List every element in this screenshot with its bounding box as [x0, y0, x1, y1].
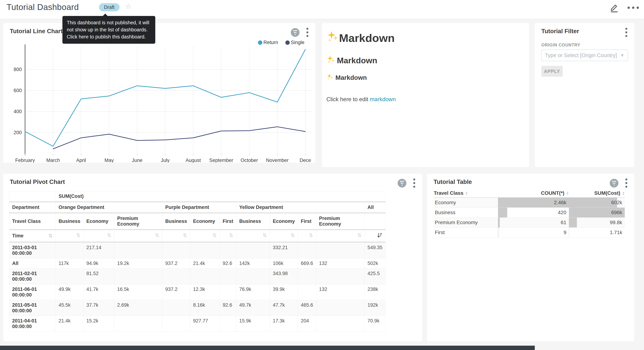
sort-toggle-icon[interactable]: ⇅: [155, 232, 159, 238]
pivot-subcol-header: Premium Economy: [316, 213, 364, 230]
legend-dot: [258, 40, 262, 45]
filter-menu-icon[interactable]: [624, 27, 628, 38]
pivot-value-cell: 192k: [364, 300, 386, 316]
pivot-metric-cell: SUM(Cost): [56, 191, 386, 202]
sum-cell: 99.8k: [569, 218, 625, 228]
count-cell: 2.46k: [498, 198, 569, 208]
favorite-star-icon[interactable]: ☆: [125, 2, 132, 10]
chart-menu-icon[interactable]: [624, 178, 628, 188]
pivot-value-cell: 425.5: [364, 268, 386, 284]
pivot-value-cell: [220, 316, 236, 332]
y-axis-tick-label: 200: [14, 130, 22, 135]
x-axis-tick-label: August: [186, 158, 201, 163]
pivot-value-cell: 70.9k: [364, 316, 386, 332]
legend-label: Return: [264, 40, 278, 45]
sum-data-bar: [569, 198, 617, 208]
pivot-sort-cell: ⇅: [162, 230, 190, 242]
sort-toggle-icon[interactable]: ⇅: [309, 232, 313, 238]
sort-toggle-icon[interactable]: ⇅: [212, 232, 216, 238]
edit-markdown-link[interactable]: markdown: [370, 96, 396, 102]
sort-toggle-icon[interactable]: ⇅: [48, 233, 52, 239]
pivot-value-cell: 49.7k: [236, 300, 270, 316]
pivot-row-label: 2011-06-01 00:00:00: [9, 284, 56, 300]
travel-class-cell: Premium Economy: [434, 218, 498, 228]
legend-item-return[interactable]: Return: [258, 40, 278, 45]
x-axis-tick-label: May: [104, 158, 114, 163]
pivot-value-cell: [298, 284, 316, 300]
count-cell: 420: [498, 208, 569, 218]
table-column-header-count-[interactable]: COUNT(*)▲▼: [498, 190, 569, 196]
markdown-h2: Markdown: [326, 55, 524, 66]
pivot-value-cell: [220, 242, 236, 258]
draft-badge[interactable]: Draft: [99, 3, 120, 11]
sort-toggle-icon[interactable]: ⇅: [290, 232, 295, 238]
pivot-value-cell: [190, 242, 220, 258]
sum-data-bar: [569, 218, 577, 228]
chart-menu-icon[interactable]: [412, 178, 416, 188]
pivot-value-cell: 502k: [364, 258, 386, 268]
pivot-value-cell: 94.9k: [84, 258, 114, 268]
more-actions-icon[interactable]: [628, 6, 639, 9]
sort-carets-icon: ▲▼: [465, 191, 468, 195]
pivot-data-row: All117k94.9k19.2k937.221.4k92.6142k106k6…: [9, 258, 386, 268]
pivot-group-header: Orange Department: [56, 202, 162, 213]
sort-toggle-icon[interactable]: ⇅: [183, 232, 187, 238]
sort-toggle-icon[interactable]: ⇅: [357, 232, 361, 238]
pivot-time-header: Time⇅: [9, 230, 56, 242]
table-column-header-travel-class[interactable]: Travel Class▲▼: [434, 190, 498, 196]
pivot-value-cell: 19.2k: [114, 258, 162, 268]
pivot-group-row: DepartmentOrange DepartmentPurple Depart…: [9, 202, 386, 213]
origin-country-select[interactable]: Type or Select [Origin Country] ▼: [541, 50, 628, 61]
pivot-value-cell: [190, 268, 220, 284]
sort-toggle-icon[interactable]: ⇅: [76, 232, 80, 238]
pivot-value-cell: 41.7k: [84, 284, 114, 300]
sort-descending-active-icon[interactable]: [377, 232, 382, 240]
sparkles-emoji: [326, 55, 336, 66]
pivot-value-cell: 142k: [236, 258, 270, 268]
pivot-subcol-row: Travel ClassBusinessEconomyPremium Econo…: [9, 213, 386, 230]
sparkles-emoji: [326, 73, 334, 82]
table-column-header-sum-cost-[interactable]: SUM(Cost)▲▼: [569, 190, 625, 196]
sort-toggle-icon[interactable]: ⇅: [229, 232, 233, 238]
x-axis-tick-label: February: [15, 158, 35, 163]
pivot-sort-row: Time⇅⇅⇅⇅⇅⇅⇅⇅⇅⇅⇅: [9, 230, 386, 242]
pivot-sort-cell: ⇅: [56, 230, 84, 242]
pivot-sort-cell: [364, 230, 386, 242]
applied-filters-icon[interactable]: [398, 179, 406, 188]
x-axis-tick-label: July: [161, 158, 170, 163]
pivot-value-cell: [114, 242, 162, 258]
markdown-paragraph: Click here to edit markdown: [326, 96, 524, 103]
legend-item-single[interactable]: Single: [285, 40, 304, 45]
single-line[interactable]: [53, 127, 306, 149]
sort-toggle-icon[interactable]: ⇅: [107, 232, 111, 238]
bottom-bar: [0, 346, 535, 350]
count-data-bar: [498, 228, 498, 238]
y-axis-tick-label: 400: [14, 109, 22, 114]
filter-card-title: Tutorial Filter: [541, 28, 579, 35]
applied-filters-icon[interactable]: [610, 179, 618, 188]
legend-dot: [285, 40, 290, 45]
pivot-value-cell: [316, 300, 364, 316]
pivot-value-cell: [298, 242, 316, 258]
pivot-value-cell: [162, 300, 190, 316]
pivot-value-cell: [236, 242, 270, 258]
sort-toggle-icon[interactable]: ⇅: [262, 232, 267, 238]
table-row: Business420696k: [434, 208, 625, 218]
pivot-value-cell: 39.9k: [270, 284, 298, 300]
pivot-card-title: Tutorial Pivot Chart: [10, 178, 65, 185]
pivot-value-cell: 465.6: [298, 300, 316, 316]
pivot-value-cell: 92.6: [220, 300, 236, 316]
x-axis-tick-label: March: [46, 158, 60, 163]
filter-card: Tutorial Filter ORIGIN COUNTRY Type or S…: [535, 23, 634, 167]
apply-button[interactable]: APPLY: [541, 66, 563, 77]
edit-pencil-icon[interactable]: [609, 2, 620, 13]
pivot-value-cell: 12.3k: [190, 284, 220, 300]
pivot-subcol-header: Economy: [270, 213, 298, 230]
pivot-subcol-header: Economy: [190, 213, 220, 230]
pivot-value-cell: 117k: [56, 258, 84, 268]
pivot-value-cell: 21.4k: [190, 258, 220, 268]
pivot-value-cell: [316, 268, 364, 284]
sum-cell: 602k: [569, 198, 625, 208]
pivot-data-row: 2011-06-01 00:00:0049.9k41.7k16.5k937.21…: [9, 284, 386, 300]
x-axis-tick-label: April: [76, 158, 86, 163]
